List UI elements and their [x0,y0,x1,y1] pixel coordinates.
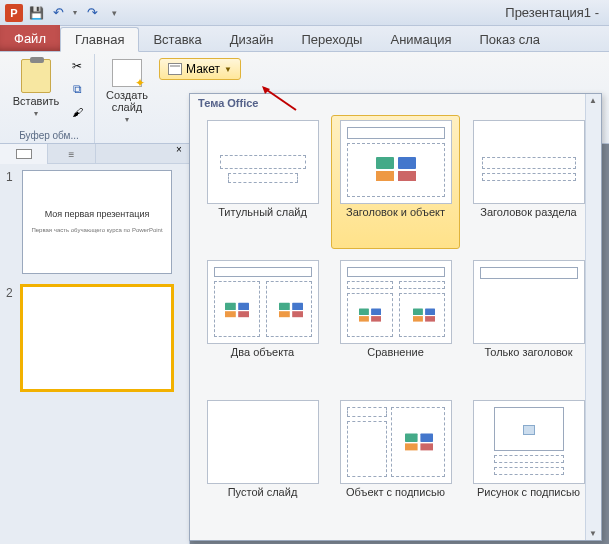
copy-button[interactable] [66,79,88,99]
new-slide-button[interactable]: Создать слайд ▾ [101,56,153,127]
layout-gallery: Тема Office Титульный слайд Заголовок и … [189,93,602,541]
layout-comparison[interactable]: Сравнение [331,255,460,389]
clipboard-icon [21,59,51,93]
layout-label: Пустой слайд [228,486,298,512]
group-clipboard-label: Буфер обм... [10,129,88,143]
panel-tab-slides[interactable] [0,144,48,164]
layout-label: Только заголовок [484,346,572,372]
layout-two-content[interactable]: Два объекта [198,255,327,389]
gallery-header: Тема Office [190,94,601,113]
tab-file[interactable]: Файл [0,25,60,51]
gallery-body: Титульный слайд Заголовок и объект Загол… [190,113,601,537]
layout-label: Два объекта [231,346,294,372]
layout-label: Объект с подписью [346,486,445,512]
layout-title-slide[interactable]: Титульный слайд [198,115,327,249]
chevron-down-icon: ▼ [224,65,232,74]
paste-label: Вставить [13,95,60,107]
ribbon-tabs: Файл Главная Вставка Дизайн Переходы Ани… [0,26,609,52]
tab-home[interactable]: Главная [60,27,139,52]
quick-access-toolbar: P ▾ ▾ [4,3,124,23]
layout-icon [168,63,182,75]
thumb-title: Моя первая презентация [45,209,150,219]
paste-button[interactable]: Вставить ▾ [10,56,62,121]
gallery-scrollbar[interactable] [585,94,601,540]
thumb-subtitle: Первая часть обучающего курса по PowerPo… [31,227,162,234]
thumbnail-1[interactable]: 1 Моя первая презентация Первая часть об… [6,170,183,274]
cut-button[interactable] [66,56,88,76]
tab-animation[interactable]: Анимация [376,28,465,51]
layout-button[interactable]: Макет ▼ [159,58,241,80]
thumb-number: 1 [6,170,16,274]
format-painter-button[interactable] [66,102,88,122]
layout-label: Титульный слайд [218,206,307,232]
tab-design[interactable]: Дизайн [216,28,288,51]
layout-blank[interactable]: Пустой слайд [198,395,327,529]
title-bar: P ▾ ▾ Презентация1 - [0,0,609,26]
layout-section-header[interactable]: Заголовок раздела [464,115,593,249]
chevron-down-icon: ▾ [34,109,38,118]
layout-title-only[interactable]: Только заголовок [464,255,593,389]
save-icon[interactable] [26,3,46,23]
slide-panel: ≡ × 1 Моя первая презентация Первая част… [0,144,190,544]
layout-content-with-caption[interactable]: Объект с подписью [331,395,460,529]
tab-slideshow[interactable]: Показ сла [466,28,555,51]
undo-icon[interactable] [48,3,68,23]
new-slide-label: Создать слайд [106,89,148,113]
layout-label: Сравнение [367,346,424,372]
panel-close-icon[interactable]: × [169,144,189,163]
thumb-slide: Моя первая презентация Первая часть обуч… [22,170,172,274]
tab-transitions[interactable]: Переходы [287,28,376,51]
redo-icon[interactable] [82,3,102,23]
chevron-down-icon: ▾ [125,115,129,124]
undo-dropdown-icon[interactable]: ▾ [70,3,80,23]
group-clipboard: Вставить ▾ Буфер обм... [4,54,95,143]
window-title: Презентация1 - [124,5,605,20]
thumb-number: 2 [6,286,16,390]
layout-title-and-content[interactable]: Заголовок и объект [331,115,460,249]
layout-label: Макет [186,62,220,76]
layout-label: Заголовок раздела [480,206,576,232]
layout-picture-with-caption[interactable]: Рисунок с подписью [464,395,593,529]
tab-insert[interactable]: Вставка [139,28,215,51]
thumb-slide [22,286,172,390]
layout-label: Рисунок с подписью [477,486,580,512]
qat-customize-icon[interactable]: ▾ [104,3,124,23]
panel-tab-outline[interactable]: ≡ [48,144,96,164]
new-slide-icon [112,59,142,87]
app-icon[interactable]: P [4,3,24,23]
layout-label: Заголовок и объект [346,206,445,232]
thumbnail-2[interactable]: 2 [6,286,183,390]
thumbnails: 1 Моя первая презентация Первая часть об… [0,164,189,396]
panel-tabs: ≡ × [0,144,189,164]
